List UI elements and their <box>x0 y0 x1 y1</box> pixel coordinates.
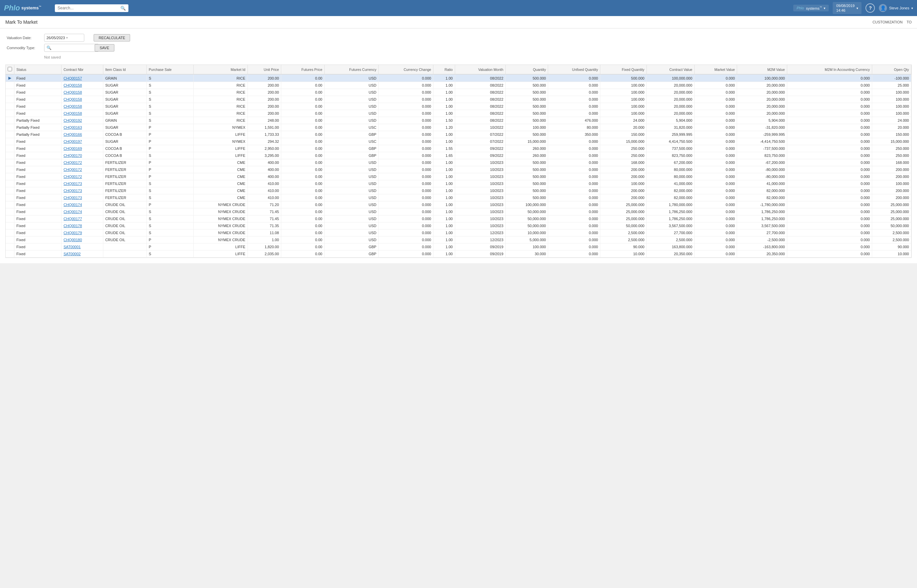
contract-nbr-link[interactable]: CHQ00174 <box>63 210 82 214</box>
contract-nbr-link[interactable]: CHQ00163 <box>63 125 82 129</box>
contract-nbr-link[interactable]: CHQ00180 <box>63 238 82 242</box>
contract-nbr-link[interactable]: CHQ00178 <box>63 224 82 228</box>
table-row[interactable]: FixedCHQ00172FERTILIZERPCME400.000.00USD… <box>6 173 911 180</box>
row-checkbox-cell[interactable] <box>6 223 15 229</box>
commodity-type-input[interactable]: 🔍 <box>44 44 98 52</box>
row-checkbox-cell[interactable] <box>6 250 15 258</box>
table-row[interactable]: FixedCHQ00158SUGARSRICE200.000.00USD0.00… <box>6 110 911 117</box>
row-checkbox-cell[interactable] <box>6 110 15 117</box>
contract-nbr-cell[interactable]: CHQ00158 <box>61 89 103 96</box>
contract-nbr-cell[interactable]: CHQ00179 <box>61 229 103 236</box>
table-row[interactable]: FixedCHQ00180CRUDE OILPNYMEX CRUDE1.000.… <box>6 236 911 244</box>
contract-nbr-cell[interactable]: CHQ00157 <box>61 74 103 82</box>
contract-nbr-link[interactable]: CHQ00158 <box>63 111 82 115</box>
contract-nbr-link[interactable]: CHQ00192 <box>63 118 82 123</box>
contract-nbr-link[interactable]: SAT00002 <box>63 252 81 256</box>
contract-nbr-link[interactable]: CHQ00172 <box>63 174 82 179</box>
contract-nbr-link[interactable]: CHQ00172 <box>63 160 82 165</box>
customization-action[interactable]: CUSTOMIZATION <box>872 20 902 24</box>
table-row[interactable]: FixedCHQ00197SUGARPNYMEX294.320.00USC0.0… <box>6 138 911 145</box>
contract-nbr-cell[interactable]: CHQ00173 <box>61 187 103 194</box>
contract-nbr-cell[interactable]: CHQ00177 <box>61 215 103 223</box>
contract-nbr-cell[interactable]: CHQ00197 <box>61 138 103 145</box>
contract-nbr-link[interactable]: CHQ00173 <box>63 182 82 186</box>
row-checkbox-cell[interactable] <box>6 138 15 145</box>
select-all-checkbox[interactable] <box>8 67 12 71</box>
contract-nbr-cell[interactable]: CHQ00166 <box>61 131 103 138</box>
commodity-type-text-input[interactable] <box>53 46 96 50</box>
row-checkbox-cell[interactable] <box>6 152 15 159</box>
table-row[interactable]: FixedSAT00002SLIFFE2,035.000.00GBP0.0001… <box>6 250 911 258</box>
save-button[interactable]: SAVE <box>95 44 115 52</box>
table-row[interactable]: Partially FixedCHQ00163SUGARPNYMEX1,591.… <box>6 124 911 131</box>
contract-nbr-link[interactable]: CHQ00173 <box>63 195 82 200</box>
row-checkbox-cell[interactable] <box>6 187 15 194</box>
contract-nbr-link[interactable]: CHQ00173 <box>63 189 82 193</box>
contract-nbr-link[interactable]: CHQ00170 <box>63 153 82 158</box>
row-checkbox-cell[interactable] <box>6 194 15 201</box>
contract-nbr-cell[interactable]: CHQ00174 <box>61 201 103 208</box>
contract-nbr-link[interactable]: CHQ00197 <box>63 139 82 144</box>
contract-nbr-cell[interactable]: CHQ00173 <box>61 180 103 187</box>
brand-selector[interactable]: Phlo systems™ ▾ <box>793 5 829 12</box>
contract-nbr-cell[interactable]: CHQ00172 <box>61 173 103 180</box>
row-checkbox-cell[interactable] <box>6 173 15 180</box>
row-checkbox-cell[interactable] <box>6 229 15 236</box>
help-button[interactable]: ? <box>865 3 875 13</box>
table-row[interactable]: FixedCHQ00169COCOA BPLIFFE2,950.000.00GB… <box>6 145 911 152</box>
contract-nbr-link[interactable]: CHQ00172 <box>63 168 82 171</box>
table-row[interactable]: FixedCHQ00173FERTILIZERSCME410.000.00USD… <box>6 180 911 187</box>
contract-nbr-link[interactable]: CHQ00157 <box>63 76 82 80</box>
contract-nbr-cell[interactable]: CHQ00173 <box>61 194 103 201</box>
contract-nbr-cell[interactable]: CHQ00163 <box>61 124 103 131</box>
contract-nbr-link[interactable]: SAT00001 <box>63 245 81 249</box>
contract-nbr-link[interactable]: CHQ00179 <box>63 231 82 235</box>
contract-nbr-link[interactable]: CHQ00177 <box>63 217 82 221</box>
table-row[interactable]: FixedSAT00001PLIFFE1,820.000.00GBP0.0001… <box>6 244 911 250</box>
table-row[interactable]: FixedCHQ00179CRUDE OILSNYMEX CRUDE11.080… <box>6 229 911 236</box>
contract-nbr-link[interactable]: CHQ00158 <box>63 97 82 101</box>
contract-nbr-cell[interactable]: CHQ00158 <box>61 103 103 110</box>
table-row[interactable]: FixedCHQ00173FERTILIZERSCME410.000.00USD… <box>6 194 911 201</box>
row-checkbox-cell[interactable] <box>6 236 15 244</box>
table-row[interactable]: FixedCHQ00172FERTILIZERPCME400.000.00USD… <box>6 159 911 166</box>
user-menu[interactable]: 👤 Steve Jones ▾ <box>879 4 913 12</box>
contract-nbr-cell[interactable]: CHQ00174 <box>61 208 103 215</box>
contract-nbr-cell[interactable]: CHQ00172 <box>61 166 103 173</box>
search-icon[interactable]: 🔍 <box>120 6 126 11</box>
table-row[interactable]: FixedCHQ00158SUGARSRICE200.000.00USD0.00… <box>6 96 911 103</box>
row-checkbox-cell[interactable] <box>6 82 15 89</box>
contract-nbr-cell[interactable]: CHQ00192 <box>61 117 103 124</box>
datetime-selector[interactable]: 09/08/2019 14:46 ▾ <box>833 2 862 15</box>
row-checkbox-cell[interactable] <box>6 208 15 215</box>
contract-nbr-link[interactable]: CHQ00158 <box>63 104 82 108</box>
row-checkbox-cell[interactable] <box>6 159 15 166</box>
table-row[interactable]: FixedCHQ00174CRUDE OILSNYMEX CRUDE71.450… <box>6 208 911 215</box>
row-checkbox-cell[interactable] <box>6 96 15 103</box>
row-checkbox-cell[interactable] <box>6 244 15 250</box>
to-action[interactable]: TO <box>907 20 912 24</box>
table-row[interactable]: FixedCHQ00158SUGARSRICE200.000.00USD0.00… <box>6 89 911 96</box>
table-row[interactable]: FixedCHQ00173FERTILIZERSCME410.000.00USD… <box>6 187 911 194</box>
search-input[interactable] <box>58 6 118 10</box>
row-checkbox-cell[interactable] <box>6 124 15 131</box>
table-row[interactable]: FixedCHQ00158SUGARSRICE200.000.00USD0.00… <box>6 82 911 89</box>
table-row[interactable]: Partially FixedCHQ00192GRAINSRICE248.000… <box>6 117 911 124</box>
contract-nbr-link[interactable]: CHQ00166 <box>63 132 82 136</box>
table-row[interactable]: FixedCHQ00172FERTILIZERPCME400.000.00USD… <box>6 166 911 173</box>
valuation-date-input[interactable]: 26/05/2023 ▾ <box>44 34 84 42</box>
contract-nbr-cell[interactable]: CHQ00169 <box>61 145 103 152</box>
table-row[interactable]: Partially FixedCHQ00166COCOA BPLIFFE1,73… <box>6 131 911 138</box>
contract-nbr-cell[interactable]: CHQ00178 <box>61 223 103 229</box>
contract-nbr-link[interactable]: CHQ00174 <box>63 203 82 207</box>
row-checkbox-cell[interactable] <box>6 145 15 152</box>
contract-nbr-cell[interactable]: SAT00002 <box>61 250 103 258</box>
table-row[interactable]: FixedCHQ00177CRUDE OILSNYMEX CRUDE71.450… <box>6 215 911 223</box>
contract-nbr-cell[interactable]: CHQ00158 <box>61 82 103 89</box>
contract-nbr-cell[interactable]: CHQ00158 <box>61 110 103 117</box>
table-row[interactable]: FixedCHQ00170COCOA BSLIFFE3,295.000.00GB… <box>6 152 911 159</box>
row-checkbox-cell[interactable] <box>6 166 15 173</box>
contract-nbr-link[interactable]: CHQ00158 <box>63 90 82 94</box>
row-checkbox-cell[interactable] <box>6 180 15 187</box>
contract-nbr-cell[interactable]: CHQ00180 <box>61 236 103 244</box>
